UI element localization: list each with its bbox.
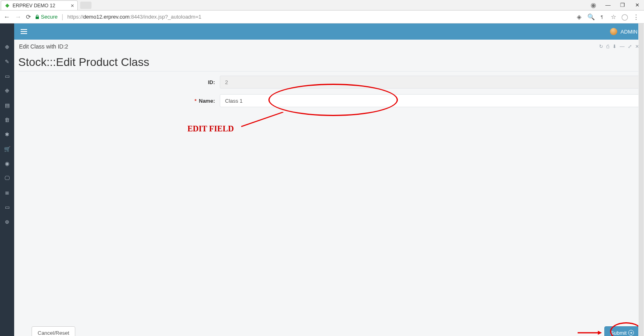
sidebar-item-chat[interactable]: ◉ xyxy=(0,156,14,171)
sidebar-item-monitor[interactable]: 🖵 xyxy=(0,171,14,185)
sidebar-item-modules[interactable]: ❉ xyxy=(0,83,14,98)
url-scheme: https:// xyxy=(67,14,83,20)
sidebar-item-dashboard[interactable]: ❉ xyxy=(0,40,14,54)
panel-refresh-icon[interactable]: ↻ xyxy=(599,44,603,49)
id-label: ID: xyxy=(17,79,220,85)
name-label: * Name: xyxy=(17,98,220,104)
secure-label: Secure xyxy=(41,14,57,20)
tab-close-icon[interactable]: × xyxy=(71,2,74,9)
lock-icon xyxy=(35,15,39,19)
page-title: Stock:::Edit Product Class xyxy=(18,56,640,72)
account-icon[interactable]: ◉ xyxy=(589,1,598,9)
panel-minimize-icon[interactable]: — xyxy=(620,44,625,49)
panel-toolbar: ↻ ⎙ ⬇ — ⤢ ✕ xyxy=(599,44,639,49)
tab-favicon xyxy=(4,3,10,8)
sidebar-item-trash[interactable]: 🗑 xyxy=(0,112,14,127)
url-port: :8443 xyxy=(130,14,143,20)
form-footer: Cancel/Reset Submit ➜ xyxy=(32,326,640,336)
name-label-text: Name: xyxy=(199,98,215,104)
browser-tab[interactable]: ERPREV DEMO 12 × xyxy=(1,0,78,10)
globe-icon: ⊕ xyxy=(5,219,9,225)
cancel-button[interactable]: Cancel/Reset xyxy=(32,326,75,336)
submit-label: Submit xyxy=(610,330,627,336)
sidebar-item-clipboard[interactable]: ▤ xyxy=(0,98,14,112)
browser-address-bar: ← → ⟳ Secure | https://demo12.erprev.com… xyxy=(0,11,644,23)
sidebar-item-cash[interactable]: ▭ xyxy=(0,69,14,83)
name-field[interactable] xyxy=(220,94,641,107)
address-bar-tools: ◈ 🔍 ¶ ☆ ◯ ⋮ xyxy=(576,13,641,21)
form-row-name: * Name: xyxy=(17,94,641,107)
panel-download-icon[interactable]: ⬇ xyxy=(612,44,616,49)
panel-print-icon[interactable]: ⎙ xyxy=(606,44,609,49)
app-sidebar: ❉ ✎ ▭ ❉ ▤ 🗑 ✱ 🛒 ◉ 🖵 ≣ ▭ ⊕ xyxy=(0,23,14,336)
tag-icon: ✎ xyxy=(5,59,9,65)
window-controls: ◉ — ❐ ✕ xyxy=(589,0,644,10)
annotation-label: EDIT FIELD xyxy=(187,124,234,133)
panel-expand-icon[interactable]: ⤢ xyxy=(628,44,632,49)
cash-icon: ▭ xyxy=(5,73,10,79)
monitor-icon: 🖵 xyxy=(4,175,10,181)
window-close-icon[interactable]: ✕ xyxy=(633,2,642,8)
submit-button[interactable]: Submit ➜ xyxy=(604,326,640,336)
clipboard-icon: ▤ xyxy=(5,102,10,108)
chat-icon: ◉ xyxy=(5,161,9,167)
sidebar-item-cart[interactable]: 🛒 xyxy=(0,142,14,156)
app-topbar: ADMIN xyxy=(14,23,644,40)
secure-indicator[interactable]: Secure xyxy=(35,14,57,20)
url-display[interactable]: https://demo12.erprev.com:8443/index.jsp… xyxy=(67,14,572,20)
key-icon[interactable]: ¶ xyxy=(599,15,605,19)
sidebar-item-database[interactable]: ≣ xyxy=(0,185,14,200)
sidebar-item-book[interactable]: ▭ xyxy=(0,200,14,214)
cart-icon: 🛒 xyxy=(4,146,11,152)
sidebar-toggle-icon[interactable] xyxy=(21,29,27,34)
annotation-arrow xyxy=(578,330,602,336)
nav-back-icon[interactable]: ← xyxy=(3,13,11,21)
sidebar-item-snow[interactable]: ✱ xyxy=(0,127,14,142)
reload-icon[interactable]: ⟳ xyxy=(26,13,31,21)
panel-title: Edit Class with ID:2 xyxy=(19,43,68,50)
new-tab-button[interactable] xyxy=(80,2,91,9)
nav-forward-icon: → xyxy=(15,13,22,21)
star-icon[interactable]: ☆ xyxy=(610,13,616,21)
tab-title: ERPREV DEMO 12 xyxy=(13,3,55,8)
vertical-scrollbar[interactable] xyxy=(638,23,644,336)
location-icon[interactable]: ◈ xyxy=(576,13,582,21)
scrollbar-thumb[interactable] xyxy=(639,23,644,336)
cubes-icon: ❉ xyxy=(5,88,9,94)
database-icon: ≣ xyxy=(5,190,9,196)
trash-icon: 🗑 xyxy=(4,117,10,123)
gauge-icon: ❉ xyxy=(5,44,9,50)
user-avatar[interactable] xyxy=(610,28,617,35)
zoom-icon[interactable]: 🔍 xyxy=(587,13,594,21)
svg-marker-2 xyxy=(598,331,602,335)
svg-line-0 xyxy=(241,112,283,127)
arrow-right-icon: ➜ xyxy=(628,330,634,336)
extension-icon[interactable]: ◯ xyxy=(621,13,628,21)
form-row-id: ID: xyxy=(17,76,641,89)
browser-tab-strip: ERPREV DEMO 12 × ◉ — ❐ ✕ xyxy=(0,0,644,11)
annotation-connector-line xyxy=(236,112,289,128)
url-separator: | xyxy=(62,13,63,21)
sidebar-item-tag[interactable]: ✎ xyxy=(0,54,14,69)
browser-menu-icon[interactable]: ⋮ xyxy=(633,13,639,21)
sidebar-item-globe[interactable]: ⊕ xyxy=(0,214,14,229)
url-path: /index.jsp?_autoloadm=1 xyxy=(143,14,202,20)
snowflake-icon: ✱ xyxy=(5,131,9,137)
id-field xyxy=(220,76,641,89)
book-icon: ▭ xyxy=(5,204,10,210)
window-minimize-icon[interactable]: — xyxy=(604,2,612,8)
edit-form: ID: * Name: EDIT FIELD xyxy=(17,76,641,113)
window-maximize-icon[interactable]: ❐ xyxy=(618,2,627,8)
required-marker: * xyxy=(195,98,197,104)
url-domain: demo12.erprev.com xyxy=(83,14,130,20)
user-name-label[interactable]: ADMIN xyxy=(621,29,638,35)
